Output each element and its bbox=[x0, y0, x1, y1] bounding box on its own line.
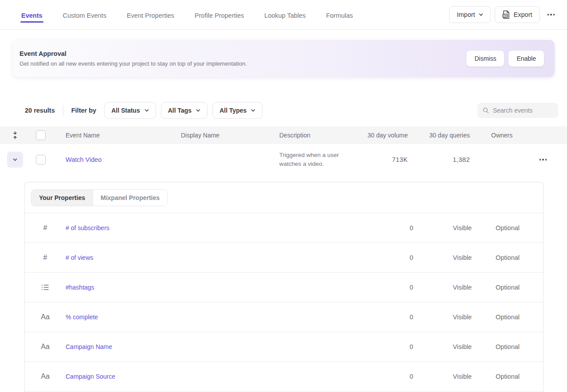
property-link[interactable]: % complete bbox=[66, 314, 98, 321]
volume-cell: 713K bbox=[355, 156, 408, 163]
text-type-icon: Aa bbox=[25, 313, 66, 321]
banner-description: Get notified on all new events entering … bbox=[20, 60, 466, 67]
col-description: Description bbox=[271, 132, 355, 139]
property-value: 0 bbox=[369, 343, 413, 350]
event-properties-panel: Your Properties Mixpanel Properties # # … bbox=[24, 182, 544, 392]
number-type-icon: # bbox=[25, 224, 66, 232]
property-row: Aa Campaign Source 0 Visible Optional bbox=[25, 362, 543, 392]
chevron-down-icon bbox=[479, 12, 483, 17]
select-all-checkbox[interactable] bbox=[36, 130, 46, 140]
collapse-all-icon[interactable] bbox=[12, 131, 18, 139]
property-row: Aa % complete 0 Visible Optional bbox=[25, 302, 543, 332]
divider bbox=[63, 105, 63, 116]
lexicon-tabs: Events Custom Events Event Properties Pr… bbox=[21, 2, 449, 28]
property-row: # # of views 0 Visible Optional bbox=[25, 243, 543, 273]
property-visibility: Visible bbox=[413, 254, 476, 261]
property-link[interactable]: #hashtags bbox=[66, 284, 94, 291]
collapse-row-button[interactable] bbox=[7, 152, 23, 168]
all-status-label: All Status bbox=[111, 107, 140, 114]
col-display-name: Display Name bbox=[173, 132, 271, 139]
search-icon bbox=[483, 107, 489, 114]
chevron-down-icon bbox=[13, 157, 17, 162]
property-visibility: Visible bbox=[413, 224, 476, 231]
tab-formulas[interactable]: Formulas bbox=[326, 2, 353, 28]
list-type-icon bbox=[41, 284, 49, 291]
col-event-name: Event Name bbox=[58, 132, 173, 139]
all-types-dropdown[interactable]: All Types bbox=[212, 102, 262, 119]
row-more-options-icon[interactable] bbox=[536, 154, 551, 165]
filter-bar: 20 results Filter by All Status All Tags… bbox=[25, 101, 558, 120]
property-visibility: Visible bbox=[413, 314, 476, 321]
import-button[interactable]: Import bbox=[449, 6, 490, 23]
enable-button[interactable]: Enable bbox=[508, 51, 544, 67]
csv-file-icon: csv bbox=[502, 10, 510, 19]
property-value: 0 bbox=[369, 224, 413, 231]
text-type-icon: Aa bbox=[25, 372, 66, 380]
tab-profile-properties[interactable]: Profile Properties bbox=[195, 2, 244, 28]
tab-event-properties[interactable]: Event Properties bbox=[127, 2, 174, 28]
property-row: #hashtags 0 Visible Optional bbox=[25, 273, 543, 302]
property-link[interactable]: # of views bbox=[66, 254, 93, 261]
property-row: # # of subscribers 0 Visible Optional bbox=[25, 213, 543, 243]
banner-text: Event Approval Get notified on all new e… bbox=[20, 50, 466, 67]
properties-tabs: Your Properties Mixpanel Properties bbox=[25, 182, 543, 213]
dismiss-button[interactable]: Dismiss bbox=[466, 51, 504, 67]
tab-mixpanel-properties[interactable]: Mixpanel Properties bbox=[93, 190, 167, 206]
property-requirement: Optional bbox=[476, 254, 525, 261]
event-approval-banner: Event Approval Get notified on all new e… bbox=[12, 40, 555, 77]
export-label: Export bbox=[514, 11, 532, 18]
property-value: 0 bbox=[369, 314, 413, 321]
property-row: Aa Campaign Name 0 Visible Optional bbox=[25, 332, 543, 362]
tab-your-properties[interactable]: Your Properties bbox=[31, 190, 93, 206]
col-30-day-queries: 30 day queries bbox=[408, 132, 470, 139]
events-table-header: Event Name Display Name Description 30 d… bbox=[0, 126, 567, 144]
property-link[interactable]: Campaign Source bbox=[66, 373, 115, 380]
property-value: 0 bbox=[369, 373, 413, 380]
filter-by-label: Filter by bbox=[71, 107, 96, 114]
description-cell: Triggered when a user watches a video. bbox=[271, 151, 355, 168]
chevron-down-icon bbox=[145, 108, 149, 113]
col-30-day-volume: 30 day volume bbox=[355, 132, 408, 139]
search-box[interactable] bbox=[477, 103, 558, 118]
tab-custom-events[interactable]: Custom Events bbox=[63, 2, 106, 28]
tab-lookup-tables[interactable]: Lookup Tables bbox=[264, 2, 305, 28]
row-checkbox[interactable] bbox=[36, 155, 46, 165]
text-type-icon: Aa bbox=[25, 343, 66, 351]
all-types-label: All Types bbox=[219, 107, 246, 114]
event-row-watch-video: Watch Video Triggered when a user watche… bbox=[0, 144, 567, 175]
queries-cell: 1,382 bbox=[408, 156, 470, 163]
all-tags-label: All Tags bbox=[168, 107, 192, 114]
search-input[interactable] bbox=[493, 107, 553, 114]
svg-text:csv: csv bbox=[503, 14, 507, 17]
property-requirement: Optional bbox=[476, 224, 525, 231]
all-tags-dropdown[interactable]: All Tags bbox=[161, 102, 207, 119]
property-requirement: Optional bbox=[476, 373, 525, 380]
banner-title: Event Approval bbox=[20, 50, 466, 57]
property-requirement: Optional bbox=[476, 284, 525, 291]
chevron-down-icon bbox=[196, 108, 200, 113]
number-type-icon: # bbox=[25, 254, 66, 262]
nav-actions: Import csv Export bbox=[449, 6, 558, 23]
event-name-link[interactable]: Watch Video bbox=[66, 156, 102, 163]
property-visibility: Visible bbox=[413, 373, 476, 380]
col-owners: Owners bbox=[470, 132, 528, 139]
property-requirement: Optional bbox=[476, 343, 525, 350]
banner-actions: Dismiss Enable bbox=[466, 51, 544, 67]
more-options-icon[interactable] bbox=[544, 9, 559, 20]
tab-events[interactable]: Events bbox=[21, 2, 43, 28]
chevron-down-icon bbox=[251, 108, 255, 113]
property-link[interactable]: Campaign Name bbox=[66, 343, 112, 350]
property-visibility: Visible bbox=[413, 343, 476, 350]
property-value: 0 bbox=[369, 254, 413, 261]
property-value: 0 bbox=[369, 284, 413, 291]
import-label: Import bbox=[457, 11, 475, 18]
export-button[interactable]: csv Export bbox=[495, 6, 540, 23]
results-count: 20 results bbox=[25, 107, 55, 114]
property-requirement: Optional bbox=[476, 314, 525, 321]
all-status-dropdown[interactable]: All Status bbox=[104, 102, 156, 119]
top-navigation: Events Custom Events Event Properties Pr… bbox=[0, 0, 567, 30]
property-link[interactable]: # of subscribers bbox=[66, 224, 109, 231]
property-visibility: Visible bbox=[413, 284, 476, 291]
